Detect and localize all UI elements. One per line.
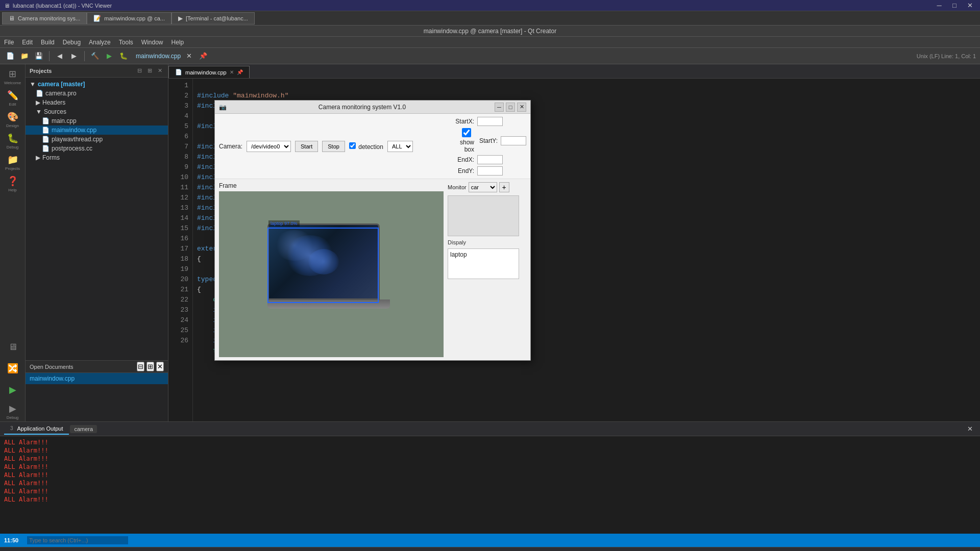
bottom-tab-qml[interactable]: 5 QML Debugger Console: [222, 549, 302, 552]
open-docs-filter-btn[interactable]: ⊟: [137, 362, 144, 371]
camera-right-panel: Monitor car person + Dispaly laptop: [448, 182, 526, 357]
vnc-maximize-btn[interactable]: □: [948, 0, 961, 12]
toolbar-close-tab-btn[interactable]: ✕: [183, 50, 195, 62]
dialog-minimize-btn[interactable]: ─: [495, 103, 504, 112]
vnc-minimize-btn[interactable]: ─: [933, 0, 945, 12]
output-panel-close-btn[interactable]: ✕: [964, 423, 976, 435]
vnc-close-btn[interactable]: ✕: [964, 0, 976, 12]
tree-item-mainwindow-cpp[interactable]: 📄 mainwindow.cpp: [26, 126, 168, 135]
endx-label: EndX:: [454, 156, 474, 163]
menu-analyze[interactable]: Analyze: [89, 39, 111, 46]
endy-input[interactable]: 480: [477, 166, 503, 176]
output-content: ALL Alarm!!! ALL Alarm!!! ALL Alarm!!! A…: [0, 436, 980, 534]
starty-input[interactable]: 0: [501, 136, 526, 145]
output-line-6: ALL Alarm!!!: [4, 487, 976, 495]
vnc-tab-1[interactable]: 📝 mainwindow.cpp @ ca...: [87, 12, 172, 24]
tree-item-headers[interactable]: ▶ Headers: [26, 98, 168, 107]
menu-help[interactable]: Help: [172, 39, 184, 46]
start-button[interactable]: Start: [295, 141, 318, 152]
vnc-tab-2[interactable]: ▶ [Terminal - cat@lubanc...: [172, 12, 255, 24]
tree-item-sources[interactable]: ▼ Sources: [26, 107, 168, 116]
open-doc-mainwindow[interactable]: mainwindow.cpp: [26, 373, 168, 384]
show-box-label[interactable]: show box: [454, 128, 474, 153]
output-line-7: ALL Alarm!!!: [4, 495, 976, 504]
dialog-close-btn[interactable]: ✕: [517, 103, 526, 112]
vnc-title: lubancat (lubancat1 (cat)) - VNC Viewer: [13, 3, 112, 9]
bottom-tab-appoutput[interactable]: 3 Application Output: [97, 549, 162, 552]
menu-edit[interactable]: Edit: [22, 39, 33, 46]
tree-arrow-3: ▼: [36, 108, 42, 115]
open-docs-collapse-btn[interactable]: ⊞: [146, 362, 154, 371]
endx-input[interactable]: 640: [477, 155, 503, 164]
tree-item-camera-pro[interactable]: 📄 camera.pro: [26, 89, 168, 98]
sidebar-kit-icon[interactable]: 🖥: [3, 337, 23, 357]
editor-tab-pin[interactable]: 📌: [237, 69, 243, 75]
dialog-restore-btn[interactable]: □: [506, 103, 515, 112]
sidebar-projects-icon[interactable]: 📁 Projects: [3, 152, 23, 172]
detection-label: laptop 97.0%: [268, 220, 300, 227]
editor-tab-mainwindow[interactable]: 📄 mainwindow.cpp ✕ 📌: [168, 66, 250, 78]
camera-controls: Camera: /dev/video0 /dev/video1 Start St…: [215, 114, 530, 179]
toolbar-run-btn[interactable]: ▶: [103, 50, 115, 62]
toolbar-open-btn[interactable]: 📁: [18, 50, 31, 62]
tree-icon-7: 📄: [42, 145, 50, 152]
monitor-select[interactable]: car person: [469, 182, 497, 192]
menu-file[interactable]: File: [4, 39, 14, 46]
stop-button[interactable]: Stop: [322, 141, 345, 152]
editor-tab-close[interactable]: ✕: [230, 69, 234, 75]
sidebar-edit-icon[interactable]: ✏️ Edit: [3, 88, 23, 108]
menu-window[interactable]: Window: [141, 39, 163, 46]
menu-tools[interactable]: Tools: [119, 39, 133, 46]
vnc-tab-0[interactable]: 🖥 Camera monitoring sys...: [2, 12, 87, 24]
output-tab-appoutput[interactable]: 3 Application Output: [4, 423, 69, 435]
project-panel: Projects ⊟ ⊞ ✕ ▼ camera [master] 📄 camer…: [26, 64, 168, 421]
tree-item-main-cpp[interactable]: 📄 main.cpp: [26, 116, 168, 126]
toolbar-build-btn[interactable]: 🔨: [89, 50, 101, 62]
show-box-checkbox[interactable]: [454, 128, 479, 137]
tree-item-camera-master[interactable]: ▼ camera [master]: [26, 80, 168, 89]
bottom-tab-compile[interactable]: 4 Compile Output: [163, 549, 221, 552]
tree-label-0: camera [master]: [38, 81, 85, 88]
menu-build[interactable]: Build: [41, 39, 55, 46]
toolbar-pin-btn[interactable]: 📌: [197, 50, 209, 62]
tree-icon-6: 📄: [42, 136, 50, 143]
bottom-tab-general[interactable]: 6 General Messages: [303, 549, 369, 552]
sidebar-debug-run-icon[interactable]: ▶ Debug: [3, 401, 23, 421]
toolbar-fwd-btn[interactable]: ▶: [68, 50, 80, 62]
project-panel-close-btn[interactable]: ✕: [156, 67, 164, 75]
project-panel-collapse-btn[interactable]: ⊞: [145, 67, 154, 75]
bottom-tab-issues[interactable]: 1 Issues: [2, 549, 37, 552]
sidebar-help-icon[interactable]: ❓ Help: [3, 173, 23, 194]
sidebar-debug-icon[interactable]: 🐛 Debug: [3, 131, 23, 151]
toolbar-save-btn[interactable]: 💾: [33, 50, 45, 62]
toolbar-back-btn[interactable]: ◀: [54, 50, 66, 62]
toolbar-debug-btn[interactable]: 🐛: [117, 50, 130, 62]
endy-label: EndY:: [454, 167, 474, 174]
tree-label-1: camera.pro: [45, 90, 77, 97]
search-input[interactable]: [27, 536, 129, 545]
detection-checkbox-label[interactable]: detection: [349, 142, 383, 151]
sidebar-run-icon[interactable]: ▶: [3, 380, 23, 400]
sidebar-welcome-icon[interactable]: ⊞ Welcome: [3, 66, 23, 87]
tree-item-postprocess[interactable]: 📄 postprocess.cc: [26, 144, 168, 153]
status-bar: 11:50: [0, 534, 980, 547]
bottom-tab-test[interactable]: 8 Test Results: [370, 549, 420, 552]
laptop-display: laptop 97.0%: [267, 223, 395, 325]
menu-debug[interactable]: Debug: [63, 39, 81, 46]
camera-select[interactable]: /dev/video0 /dev/video1: [247, 141, 291, 152]
tree-item-playwavthread[interactable]: 📄 playwavthread.cpp: [26, 135, 168, 144]
open-docs-close-btn[interactable]: ✕: [156, 362, 164, 371]
dialog-icon: 📷: [219, 104, 227, 111]
sidebar-design-icon[interactable]: 🎨 Design: [3, 109, 23, 130]
tree-item-forms[interactable]: ▶ Forms: [26, 153, 168, 162]
detection-box: laptop 97.0%: [267, 228, 379, 303]
startx-input[interactable]: 0: [477, 117, 503, 126]
sidebar-vcs-icon[interactable]: 🔀: [3, 358, 23, 379]
all-select[interactable]: ALL: [387, 141, 413, 152]
monitor-add-btn[interactable]: +: [499, 182, 509, 192]
toolbar-new-btn[interactable]: 📄: [4, 50, 16, 62]
bottom-tab-search[interactable]: 2 Search Results: [38, 549, 95, 552]
tree-arrow-0: ▼: [30, 81, 36, 88]
project-panel-filter-btn[interactable]: ⊟: [135, 67, 143, 75]
detection-checkbox[interactable]: [349, 142, 356, 149]
